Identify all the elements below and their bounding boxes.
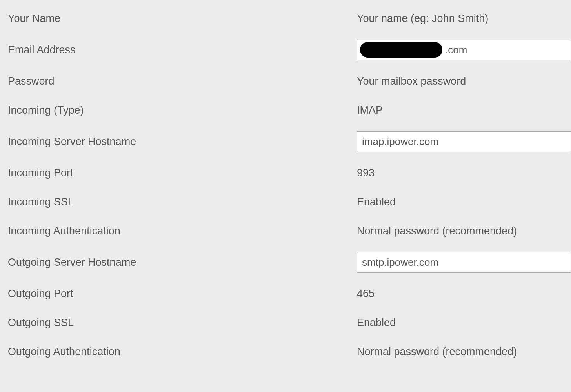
value-incoming-ssl: Enabled — [357, 196, 571, 208]
value-incoming-port: 993 — [357, 167, 571, 179]
row-outgoing-port: Outgoing Port 465 — [8, 279, 571, 308]
row-incoming-authentication: Incoming Authentication Normal password … — [8, 216, 571, 245]
value-incoming-authentication: Normal password (recommended) — [357, 225, 571, 237]
label-incoming-port: Incoming Port — [8, 167, 357, 179]
label-incoming-authentication: Incoming Authentication — [8, 225, 357, 237]
label-incoming-ssl: Incoming SSL — [8, 196, 357, 208]
email-settings-form: Your Name Your name (eg: John Smith) Ema… — [0, 0, 571, 366]
row-outgoing-server-hostname: Outgoing Server Hostname — [8, 245, 571, 279]
outgoing-server-hostname-input[interactable] — [357, 252, 571, 273]
value-your-name: Your name (eg: John Smith) — [357, 13, 571, 25]
value-password: Your mailbox password — [357, 75, 571, 87]
value-outgoing-port: 465 — [357, 288, 571, 300]
row-incoming-type: Incoming (Type) IMAP — [8, 96, 571, 125]
label-incoming-server-hostname: Incoming Server Hostname — [8, 136, 357, 148]
row-incoming-port: Incoming Port 993 — [8, 158, 571, 187]
row-password: Password Your mailbox password — [8, 67, 571, 96]
row-outgoing-authentication: Outgoing Authentication Normal password … — [8, 337, 571, 366]
incoming-server-hostname-input[interactable] — [357, 131, 571, 152]
label-outgoing-ssl: Outgoing SSL — [8, 317, 357, 329]
email-address-input[interactable] — [357, 40, 571, 60]
value-outgoing-authentication: Normal password (recommended) — [357, 346, 571, 358]
label-incoming-type: Incoming (Type) — [8, 104, 357, 116]
label-your-name: Your Name — [8, 13, 357, 25]
label-password: Password — [8, 75, 357, 87]
label-outgoing-authentication: Outgoing Authentication — [8, 346, 357, 358]
label-email-address: Email Address — [8, 44, 357, 56]
value-outgoing-ssl: Enabled — [357, 317, 571, 329]
row-incoming-server-hostname: Incoming Server Hostname — [8, 125, 571, 158]
row-your-name: Your Name Your name (eg: John Smith) — [8, 4, 571, 33]
value-incoming-type: IMAP — [357, 104, 571, 116]
label-outgoing-server-hostname: Outgoing Server Hostname — [8, 256, 357, 269]
label-outgoing-port: Outgoing Port — [8, 288, 357, 300]
row-email-address: Email Address — [8, 33, 571, 67]
row-outgoing-ssl: Outgoing SSL Enabled — [8, 308, 571, 337]
row-incoming-ssl: Incoming SSL Enabled — [8, 187, 571, 216]
